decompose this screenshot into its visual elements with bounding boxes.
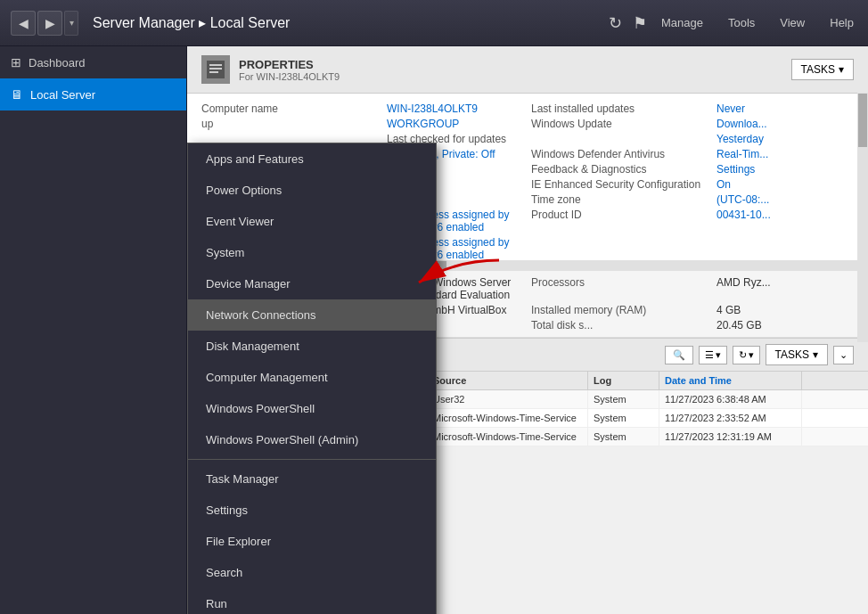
prop-label-iesec: IE Enhanced Security Configuration bbox=[531, 178, 709, 191]
ctx-disk-management-label: Disk Management bbox=[206, 340, 299, 353]
properties-icon bbox=[201, 55, 230, 84]
title-text: Server Manager ▸ Local Server bbox=[93, 14, 602, 31]
tasks-label: TASKS bbox=[801, 63, 835, 76]
tasks-dropdown-icon: ▾ bbox=[839, 63, 844, 76]
search-icon: 🔍 bbox=[673, 349, 685, 361]
prop-label-antivirus: Windows Defender Antivirus bbox=[531, 148, 709, 160]
prop-label-timezone: Time zone bbox=[531, 193, 709, 206]
proc-value: AMD Ryz... bbox=[717, 276, 854, 301]
flag-icon[interactable]: ⚑ bbox=[633, 13, 647, 33]
title-menu: Manage Tools View Help bbox=[658, 12, 857, 33]
ctx-powershell-admin-label: Windows PowerShell (Admin) bbox=[206, 433, 358, 446]
event-datetime-3: 11/27/2023 12:31:19 AM bbox=[659, 428, 802, 446]
svg-rect-3 bbox=[209, 71, 218, 73]
sidebar-item-dashboard[interactable]: ⊞ Dashboard bbox=[0, 46, 186, 78]
svg-rect-1 bbox=[209, 64, 222, 66]
prop-value-yesterday[interactable]: Yesterday bbox=[717, 133, 854, 145]
ctx-settings-label: Settings bbox=[206, 503, 248, 517]
prop-title: PROPERTIES bbox=[239, 58, 340, 71]
prop-value-diagnostics[interactable]: Settings bbox=[717, 163, 854, 176]
scrollbar-thumb[interactable] bbox=[858, 94, 867, 147]
prop-subtitle: For WIN-I238L4OLKT9 bbox=[239, 71, 340, 82]
refresh-events-icon: ↻ bbox=[739, 349, 747, 361]
prop-label-windowsupdate: Windows Update bbox=[531, 118, 709, 130]
menu-view[interactable]: View bbox=[776, 12, 808, 33]
ctx-powershell-label: Windows PowerShell bbox=[206, 402, 315, 415]
nav-dropdown[interactable]: ▾ bbox=[64, 11, 78, 36]
prop-value-antivirus[interactable]: Real-Tim... bbox=[717, 148, 854, 160]
col-source: Source bbox=[428, 372, 588, 389]
menu-help[interactable]: Help bbox=[826, 12, 857, 33]
prop-value-windowsupdate[interactable]: Downloa... bbox=[717, 118, 854, 130]
prop-value-computer[interactable]: WIN-I238L4OLKT9 bbox=[387, 102, 524, 115]
sidebar-item-local-server[interactable]: 🖥 Local Server bbox=[0, 78, 186, 111]
event-source-2: Microsoft-Windows-Time-Service bbox=[428, 409, 588, 427]
event-log-1: System bbox=[588, 390, 659, 408]
event-source-3: Microsoft-Windows-Time-Service bbox=[428, 428, 588, 446]
ctx-disk-management[interactable]: Disk Management bbox=[188, 331, 436, 362]
ctx-system-label: System bbox=[206, 246, 244, 259]
collapse-button[interactable]: ⌄ bbox=[833, 346, 854, 364]
ctx-powershell[interactable]: Windows PowerShell bbox=[188, 393, 436, 424]
ctx-powershell-admin[interactable]: Windows PowerShell (Admin) bbox=[188, 424, 436, 455]
title-right: ↻ ⚑ Manage Tools View Help bbox=[609, 12, 857, 33]
ctx-device-manager[interactable]: Device Manager bbox=[188, 268, 436, 299]
prop-value-productid[interactable]: 00431-10... bbox=[717, 209, 854, 233]
ctx-file-explorer[interactable]: File Explorer bbox=[188, 526, 436, 557]
ctx-apps-features-label: Apps and Features bbox=[206, 152, 304, 166]
ctx-network-connections[interactable]: Network Connections bbox=[188, 299, 436, 331]
forward-button[interactable]: ▶ bbox=[37, 11, 62, 36]
events-tasks-label: TASKS bbox=[775, 348, 809, 361]
prop-label-diagnostics: Feedback & Diagnostics bbox=[531, 163, 709, 176]
ctx-task-manager[interactable]: Task Manager bbox=[188, 463, 436, 495]
app-title: Server Manager bbox=[93, 15, 195, 30]
col-log: Log bbox=[588, 372, 659, 389]
prop-value-workgroup[interactable]: WORKGROUP bbox=[387, 118, 524, 130]
col-datetime[interactable]: Date and Time bbox=[659, 372, 802, 389]
location-title: Local Server bbox=[210, 15, 291, 30]
title-separator: ▸ bbox=[199, 15, 209, 30]
filter-dropdown-icon: ▾ bbox=[716, 349, 721, 361]
ctx-network-connections-label: Network Connections bbox=[206, 308, 316, 322]
events-tasks-button[interactable]: TASKS ▾ bbox=[766, 344, 828, 365]
search-box[interactable]: 🔍 bbox=[665, 346, 693, 364]
prop-header-left: PROPERTIES For WIN-I238L4OLKT9 bbox=[201, 55, 340, 84]
ctx-run[interactable]: Run bbox=[188, 588, 436, 614]
ctx-file-explorer-label: File Explorer bbox=[206, 535, 271, 548]
ctx-event-viewer[interactable]: Event Viewer bbox=[188, 206, 436, 237]
title-bar: ◀ ▶ ▾ Server Manager ▸ Local Server ↻ ⚑ … bbox=[0, 0, 868, 46]
menu-manage[interactable]: Manage bbox=[658, 12, 707, 33]
prop-value-timezone[interactable]: (UTC-08:... bbox=[717, 193, 854, 206]
tasks-button[interactable]: TASKS ▾ bbox=[791, 59, 854, 80]
ctx-computer-management[interactable]: Computer Management bbox=[188, 362, 436, 393]
refresh-events-dropdown: ▾ bbox=[749, 349, 754, 361]
scrollbar-v[interactable] bbox=[857, 93, 868, 342]
prop-value-lastupdates[interactable]: Never bbox=[717, 102, 854, 115]
refresh-icon[interactable]: ↻ bbox=[609, 13, 622, 33]
ctx-apps-features[interactable]: Apps and Features bbox=[188, 143, 436, 175]
filter-button[interactable]: ☰ ▾ bbox=[699, 346, 727, 364]
ram-label: Installed memory (RAM) bbox=[531, 304, 709, 316]
back-button[interactable]: ◀ bbox=[11, 11, 36, 36]
ctx-task-manager-label: Task Manager bbox=[206, 472, 279, 486]
prop-label-computer: Computer name bbox=[201, 102, 380, 115]
ctx-settings[interactable]: Settings bbox=[188, 495, 436, 526]
prop-value-empty3 bbox=[717, 236, 854, 261]
prop-value-iesec[interactable]: On bbox=[717, 178, 854, 191]
ram-value: 4 GB bbox=[717, 304, 854, 316]
proc-label: Processors bbox=[531, 276, 709, 301]
event-datetime-2: 11/27/2023 2:33:52 AM bbox=[659, 409, 802, 427]
menu-tools[interactable]: Tools bbox=[725, 12, 758, 33]
refresh-events-button[interactable]: ↻ ▾ bbox=[733, 346, 760, 364]
ctx-device-manager-label: Device Manager bbox=[206, 277, 291, 291]
events-toolbar: 🔍 ☰ ▾ ↻ ▾ TASKS ▾ ⌄ bbox=[665, 344, 854, 365]
scrollbar-h[interactable] bbox=[374, 260, 868, 271]
ctx-search[interactable]: Search bbox=[188, 557, 436, 588]
prop-label-productid: Product ID bbox=[531, 209, 709, 233]
ctx-system[interactable]: System bbox=[188, 237, 436, 268]
properties-header: PROPERTIES For WIN-I238L4OLKT9 TASKS ▾ bbox=[187, 46, 868, 94]
events-tasks-icon: ▾ bbox=[813, 348, 818, 361]
dashboard-icon: ⊞ bbox=[11, 55, 21, 70]
ctx-run-label: Run bbox=[206, 597, 227, 610]
ctx-power-options[interactable]: Power Options bbox=[188, 175, 436, 206]
